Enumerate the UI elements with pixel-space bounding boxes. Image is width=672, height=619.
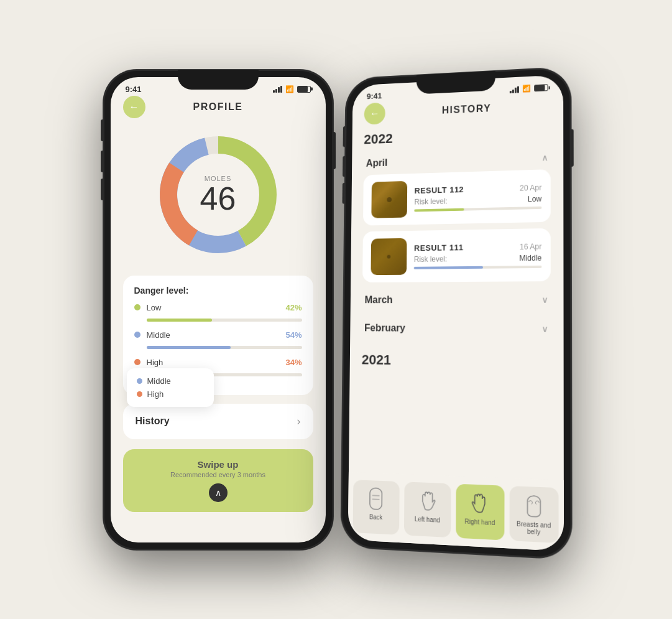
result-info-111: RESULT 111 16 Apr Risk level: Middle [413,241,541,269]
callout-dot-middle [137,378,142,384]
mole-spot-111 [387,254,390,258]
result-header-111: RESULT 111 16 Apr [413,241,541,253]
swipe-chevron-icon: ∧ [209,483,228,502]
result-bar-fill-112 [414,208,464,212]
battery-icon-right [534,84,548,91]
body-label-left-hand: Left hand [414,515,440,523]
status-icons-right: 📶 [509,83,548,93]
time-right: 9:41 [366,91,382,101]
danger-bar-bg-low [147,319,302,322]
result-date-112: 20 Apr [520,183,541,192]
swipe-title: Swipe up [133,459,303,470]
result-bar-112 [414,206,541,212]
month-header-march[interactable]: March ∨ [362,287,550,312]
result-header-112: RESULT 112 20 Apr [414,182,541,195]
battery-icon [297,86,311,93]
profile-title: PROFILE [193,101,243,113]
month-header-february[interactable]: February ∨ [362,316,551,340]
profile-phone: 9:41 📶 [103,70,333,550]
callout-dot-high [137,391,142,397]
back-button-history[interactable]: ← [364,102,385,124]
danger-label-high: High [147,358,286,367]
callout-label-high: High [147,389,164,399]
notch-left [178,70,259,90]
result-card-111[interactable]: RESULT 111 16 Apr Risk level: Middle [362,228,551,282]
wifi-icon-right: 📶 [522,84,530,93]
result-thumb-111 [371,238,407,274]
result-bar-111 [413,265,541,269]
result-name-112: RESULT 112 [414,185,464,195]
callout-label-middle: Middle [147,376,171,386]
chevron-right-icon: › [297,415,301,428]
body-label-breasts: Breasts and belly [512,520,556,536]
signal-bar-r4 [517,86,518,93]
result-thumb-112 [371,180,407,218]
danger-percent-low: 42% [285,303,301,312]
body-label-back: Back [369,513,382,521]
signal-bar-r2 [512,89,513,93]
month-name-march: March [364,294,392,305]
callout-bubble: Middle High [127,368,214,407]
callout-item-high: High [137,388,204,401]
back-button-profile[interactable]: ← [123,96,145,118]
back-body-icon [366,486,385,510]
month-name-april: April [366,157,387,169]
scene: 9:41 📶 [103,70,569,550]
history-row[interactable]: History › [123,404,313,439]
danger-item-low: Low 42% [134,303,302,312]
svg-line-6 [372,499,380,500]
result-card-112[interactable]: RESULT 112 20 Apr Risk level: Low [363,169,551,226]
signal-icon-right [509,85,518,93]
profile-screen: ← PROFILE [111,96,326,512]
body-nav-right-hand[interactable]: Right hand [456,483,504,540]
donut-text: MOLES 46 [200,175,236,215]
history-title: HISTORY [385,100,550,118]
breasts-belly-icon [523,493,544,518]
danger-percent-middle: 54% [285,330,301,340]
result-risk-value-111: Middle [519,253,541,263]
signal-bar-2 [275,89,277,93]
result-risk-row-112: Risk level: Low [414,194,541,206]
february-chevron-icon: ∨ [541,323,548,333]
battery-fill [298,86,308,92]
month-february: February ∨ [362,316,551,340]
danger-dot-middle [134,332,140,338]
body-nav-breasts[interactable]: Breasts and belly [509,486,559,543]
history-content: 2022 April ∧ [348,116,564,511]
danger-item-middle: Middle 54% [134,330,302,340]
history-phone: 9:41 📶 ← [341,67,572,559]
result-risk-label-111: Risk level: [413,254,447,263]
danger-label-middle: Middle [147,330,286,340]
mole-spot-112 [387,197,392,202]
mole-image-111 [371,238,407,274]
body-nav-back[interactable]: Back [352,480,399,535]
danger-dot-low [134,304,140,310]
back-arrow-history-icon: ← [370,108,379,119]
result-risk-row-111: Risk level: Middle [413,253,541,263]
result-risk-value-112: Low [527,194,541,203]
danger-bar-fill-low [147,319,212,322]
danger-dot-high [134,359,140,365]
wifi-icon: 📶 [285,85,294,93]
swipe-up-button[interactable]: Swipe up Recommended every 3 months ∧ [123,449,313,512]
status-icons-left: 📶 [273,85,311,93]
body-nav-left-hand[interactable]: Left hand [403,482,451,538]
april-chevron-icon: ∧ [541,152,548,162]
result-info-112: RESULT 112 20 Apr Risk level: Low [414,182,541,212]
donut-wrapper: MOLES 46 [150,126,287,263]
month-name-february: February [364,322,405,333]
danger-bar-fill-middle [147,346,231,349]
time-left: 9:41 [126,85,142,94]
danger-label-low: Low [147,303,286,312]
swipe-sub: Recommended every 3 months [133,471,303,478]
year-2021: 2021 [361,344,550,375]
donut-number: 46 [200,182,236,215]
back-arrow-icon: ← [129,101,139,113]
signal-bar-r3 [514,87,516,93]
signal-icon [273,85,282,93]
result-date-111: 16 Apr [519,241,541,251]
danger-title: Danger level: [134,286,302,296]
month-march: March ∨ [362,287,550,312]
callout-item-middle: Middle [137,375,204,388]
profile-header: ← PROFILE [123,96,313,120]
